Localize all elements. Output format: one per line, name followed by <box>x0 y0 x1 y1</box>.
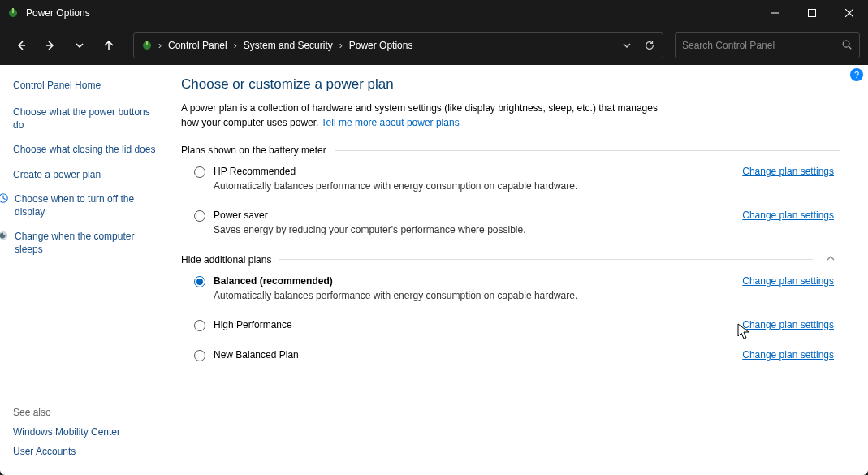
plan-high-performance: High Performance Change plan settings <box>181 319 840 335</box>
radio-hp-recommended[interactable] <box>194 166 205 178</box>
svg-rect-3 <box>809 10 816 17</box>
sidebar-link-closing-lid[interactable]: Choose what closing the lid does <box>13 143 158 156</box>
main-panel: Choose or customize a power plan A power… <box>166 65 868 475</box>
sidebar-item-label: Choose when to turn off the display <box>15 192 158 218</box>
plan-hp-recommended: HP Recommended Change plan settings Auto… <box>181 166 840 195</box>
sleep-icon <box>0 230 10 241</box>
search-icon <box>841 39 853 53</box>
change-plan-settings-link[interactable]: Change plan settings <box>742 319 840 330</box>
divider <box>335 150 840 151</box>
search-input[interactable]: Search Control Panel <box>675 32 860 58</box>
address-bar[interactable]: › Control Panel › System and Security › … <box>133 32 663 58</box>
history-dropdown-icon[interactable] <box>619 41 635 50</box>
location-icon <box>139 39 155 52</box>
plan-title[interactable]: Balanced (recommended) <box>214 275 333 287</box>
section-hide-additional[interactable]: Hide additional plans <box>181 253 840 266</box>
radio-power-saver[interactable] <box>194 210 205 222</box>
chevron-up-icon[interactable] <box>821 253 840 266</box>
page-title: Choose or customize a power plan <box>181 76 840 93</box>
navbar: › Control Panel › System and Security › … <box>0 26 868 65</box>
svg-rect-9 <box>146 41 148 45</box>
sidebar-link-create-plan[interactable]: Create a power plan <box>13 168 158 181</box>
plan-balanced: Balanced (recommended) Change plan setti… <box>181 275 840 304</box>
seealso-mobility-center[interactable]: Windows Mobility Center <box>13 426 158 438</box>
section-battery-meter: Plans shown on the battery meter <box>181 145 840 156</box>
plan-title[interactable]: High Performance <box>214 319 292 330</box>
refresh-button[interactable] <box>641 40 658 51</box>
seealso-user-accounts[interactable]: User Accounts <box>13 446 158 457</box>
plan-title[interactable]: HP Recommended <box>214 166 296 177</box>
change-plan-settings-link[interactable]: Change plan settings <box>742 209 840 221</box>
chevron-right-icon[interactable]: › <box>336 40 346 51</box>
sidebar: Control Panel Home Choose what the power… <box>0 65 166 475</box>
plan-power-saver: Power saver Change plan settings Saves e… <box>181 209 840 239</box>
sidebar-item-label: Change when the computer sleeps <box>15 230 158 256</box>
breadcrumb-control-panel[interactable]: Control Panel <box>165 40 231 51</box>
breadcrumb-system-security[interactable]: System and Security <box>240 40 336 51</box>
intro-text: A power plan is a collection of hardware… <box>181 101 668 130</box>
app-icon <box>6 6 19 19</box>
maximize-button[interactable] <box>793 0 831 26</box>
change-plan-settings-link[interactable]: Change plan settings <box>742 166 840 177</box>
svg-point-10 <box>843 41 849 47</box>
tell-me-more-link[interactable]: Tell me more about power plans <box>322 117 460 128</box>
svg-line-11 <box>849 46 851 49</box>
sidebar-link-computer-sleeps[interactable]: Change when the computer sleeps <box>0 230 158 256</box>
sidebar-link-turn-off-display[interactable]: Choose when to turn off the display <box>0 192 158 218</box>
help-icon[interactable]: ? <box>850 68 863 81</box>
search-placeholder: Search Control Panel <box>682 40 841 51</box>
back-button[interactable] <box>8 32 34 58</box>
radio-high-performance[interactable] <box>194 320 205 331</box>
plan-new-balanced: New Balanced Plan Change plan settings <box>181 349 840 365</box>
breadcrumb-power-options[interactable]: Power Options <box>346 40 417 51</box>
plan-desc: Automatically balances performance with … <box>214 290 840 301</box>
change-plan-settings-link[interactable]: Change plan settings <box>742 349 840 361</box>
control-panel-home-link[interactable]: Control Panel Home <box>13 80 158 91</box>
forward-button[interactable] <box>37 32 63 58</box>
svg-rect-1 <box>12 8 14 13</box>
change-plan-settings-link[interactable]: Change plan settings <box>742 275 840 287</box>
recent-locations-button[interactable] <box>67 32 93 58</box>
section-label: Plans shown on the battery meter <box>181 145 326 156</box>
plan-title[interactable]: Power saver <box>214 209 268 221</box>
plan-desc: Saves energy by reducing your computer's… <box>214 224 840 235</box>
section-label: Hide additional plans <box>181 254 271 266</box>
chevron-right-icon[interactable]: › <box>155 40 165 51</box>
radio-balanced[interactable] <box>194 276 205 287</box>
plan-title[interactable]: New Balanced Plan <box>214 349 299 361</box>
see-also-label: See also <box>13 407 158 418</box>
radio-new-balanced[interactable] <box>194 350 205 361</box>
plan-desc: Automatically balances performance with … <box>214 180 840 192</box>
divider <box>279 259 813 260</box>
window-title: Power Options <box>26 7 756 19</box>
close-button[interactable] <box>831 0 868 26</box>
chevron-right-icon[interactable]: › <box>231 40 240 51</box>
content-area: ? Control Panel Home Choose what the pow… <box>0 65 868 475</box>
titlebar: Power Options <box>0 0 868 26</box>
up-button[interactable] <box>96 32 122 58</box>
sidebar-link-power-buttons[interactable]: Choose what the power buttons do <box>13 106 158 132</box>
display-icon <box>0 192 10 204</box>
minimize-button[interactable] <box>756 0 793 26</box>
